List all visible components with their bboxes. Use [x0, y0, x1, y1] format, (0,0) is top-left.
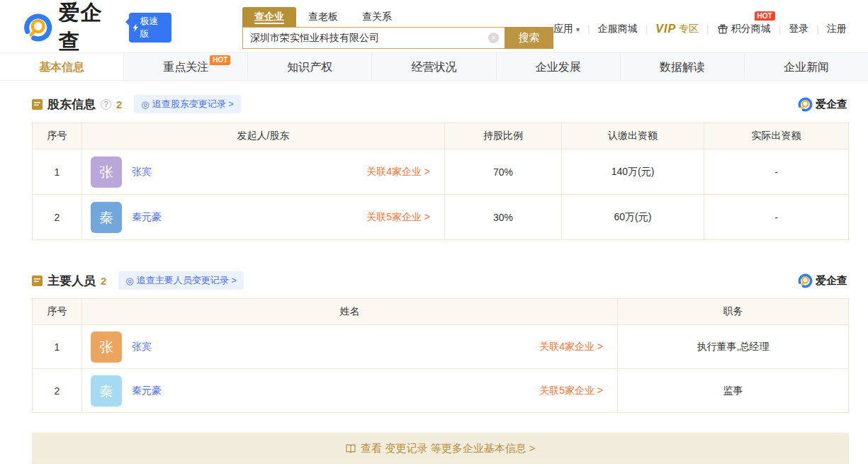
shareholders-count: 2 [116, 98, 122, 110]
search-module: 查企业 查老板 查关系 × 搜索 [242, 7, 553, 52]
avatar[interactable]: 秦 [91, 202, 122, 233]
col-paid-capital: 实际出资额 [704, 123, 849, 149]
avatar[interactable]: 张 [91, 157, 122, 188]
col-founder-shareholder: 发起人/股东 [82, 123, 445, 149]
section-list-icon [32, 99, 43, 110]
shareholders-table: 序号 发起人/股东 持股比例 认缴出资额 实际出资额 1 张 张宾 关联4家企业… [32, 123, 849, 240]
personnel-count: 2 [101, 275, 106, 287]
col-share-ratio: 持股比例 [445, 123, 562, 149]
trace-shareholder-changes-link[interactable]: ◎ 追查股东变更记录 > [134, 95, 241, 113]
tab-company-news[interactable]: 企业新闻 [744, 53, 868, 80]
aiqicha-watermark: 爱企查 [798, 97, 847, 112]
paid-cell: - [704, 195, 849, 240]
seq-cell: 1 [33, 149, 82, 195]
search-tab-relation[interactable]: 查关系 [350, 7, 404, 27]
tab-operating-status[interactable]: 经营状况 [371, 53, 495, 80]
vip-zone-link[interactable]: VIP专区 [655, 23, 699, 35]
search-button[interactable]: 搜索 [505, 27, 553, 49]
personnel-table: 序号 姓名 职务 1 张 张宾 关联4家企业 > 执行董事,总经理 2 [32, 298, 849, 413]
personnel-section-header: 主要人员 2 ◎ 追查主要人员变更记录 > 爱企查 [32, 271, 849, 290]
search-tab-company[interactable]: 查企业 [242, 7, 296, 27]
related-companies-link[interactable]: 关联5家企业 > [366, 211, 444, 224]
magnifier-logo-icon [23, 12, 52, 43]
seq-cell: 2 [33, 195, 82, 240]
avatar[interactable]: 张 [91, 331, 122, 363]
person-link[interactable]: 秦元豪 [132, 385, 162, 397]
target-icon: ◎ [141, 99, 149, 110]
shareholders-title: 股东信息 [47, 96, 96, 113]
related-companies-link[interactable]: 关联5家企业 > [539, 385, 617, 397]
magnifier-logo-icon [798, 273, 813, 288]
hot-badge: HOT [210, 55, 230, 65]
main-content: 股东信息 ? 2 ◎ 追查股东变更记录 > 爱企查 序号 发起人/股东 持股比例… [0, 95, 868, 464]
search-tab-boss[interactable]: 查老板 [296, 7, 350, 27]
person-link[interactable]: 张宾 [132, 341, 152, 353]
ratio-cell: 70% [445, 149, 562, 195]
divider: | [779, 23, 782, 35]
lightning-icon [133, 23, 138, 32]
chevron-down-icon: ▾ [576, 25, 580, 33]
subscribed-cell: 140万(元) [562, 149, 704, 195]
table-row: 2 秦 秦元豪 关联5家企业 > 监事 [33, 369, 849, 413]
col-subscribed-capital: 认缴出资额 [562, 123, 704, 149]
logo-text: 爱企查 [58, 0, 120, 57]
service-mall-link[interactable]: 企服商城 [598, 23, 638, 35]
person-link[interactable]: 秦元豪 [132, 211, 162, 224]
table-row: 1 张 张宾 关联4家企业 > 70% 140万(元) - [33, 149, 849, 195]
help-icon[interactable]: ? [101, 99, 111, 110]
position-cell: 监事 [618, 369, 849, 413]
table-header-row: 序号 发起人/股东 持股比例 认缴出资额 实际出资额 [33, 123, 849, 149]
table-row: 1 张 张宾 关联4家企业 > 执行董事,总经理 [33, 325, 849, 369]
section-list-icon [32, 276, 43, 286]
col-seq: 序号 [33, 123, 82, 149]
tab-basic-info[interactable]: 基本信息 [0, 53, 123, 80]
shareholders-section-header: 股东信息 ? 2 ◎ 追查股东变更记录 > 爱企查 [32, 95, 849, 113]
search-box: × 搜索 [242, 27, 553, 49]
table-header-row: 序号 姓名 职务 [33, 299, 849, 325]
table-row: 2 秦 秦元豪 关联5家企业 > 30% 60万(元) - [33, 195, 849, 240]
login-link[interactable]: 登录 [789, 23, 808, 35]
magnifier-logo-icon [798, 97, 813, 112]
search-tabs: 查企业 查老板 查关系 [242, 7, 553, 27]
position-cell: 执行董事,总经理 [618, 325, 849, 369]
detail-nav-tabs: 基本信息 重点关注 HOT 知识产权 经营状况 企业发展 数据解读 企业新闻 [0, 52, 868, 81]
col-position: 职务 [618, 299, 849, 325]
header-links: 应用 ▾ | 企服商城 | VIP专区 | 积分商城 HOT | 登录 | 注册 [553, 21, 847, 37]
aiqicha-watermark: 爱企查 [798, 273, 847, 288]
divider: | [587, 23, 590, 35]
ratio-cell: 30% [445, 195, 562, 240]
speed-edition-badge: 极速版 [129, 13, 171, 42]
target-icon: ◎ [125, 276, 133, 286]
records-book-icon [345, 443, 356, 454]
divider: | [706, 23, 709, 35]
subscribed-cell: 60万(元) [562, 195, 704, 240]
col-seq: 序号 [33, 299, 82, 325]
tab-data-insight[interactable]: 数据解读 [620, 53, 744, 80]
apps-menu[interactable]: 应用 ▾ [553, 23, 580, 35]
points-mall-link[interactable]: 积分商城 HOT [717, 23, 771, 35]
aiqicha-logo[interactable]: 爱企查 极速版 [23, 11, 171, 44]
divider: | [816, 23, 819, 35]
register-link[interactable]: 注册 [827, 23, 847, 35]
clear-input-icon[interactable]: × [488, 33, 499, 43]
seq-cell: 1 [33, 325, 82, 369]
person-link[interactable]: 张宾 [132, 166, 152, 178]
col-name: 姓名 [82, 299, 618, 325]
view-more-basic-info-link[interactable]: 查看 变更记录 等更多企业基本信息 > [32, 433, 849, 464]
avatar[interactable]: 秦 [91, 375, 122, 407]
paid-cell: - [704, 149, 849, 195]
tab-intellectual-property[interactable]: 知识产权 [247, 53, 371, 80]
hot-badge: HOT [755, 11, 775, 21]
top-header: 爱企查 极速版 查企业 查老板 查关系 × 搜索 应用 ▾ | 企服商城 | [0, 0, 868, 52]
tab-key-focus[interactable]: 重点关注 HOT [123, 53, 247, 80]
divider: | [646, 23, 648, 35]
related-companies-link[interactable]: 关联4家企业 > [366, 166, 444, 178]
search-input[interactable] [242, 27, 505, 49]
gift-icon [717, 23, 728, 35]
seq-cell: 2 [33, 369, 82, 413]
tab-company-development[interactable]: 企业发展 [496, 53, 620, 80]
trace-personnel-changes-link[interactable]: ◎ 追查主要人员变更记录 > [118, 271, 244, 290]
related-companies-link[interactable]: 关联4家企业 > [539, 341, 617, 353]
personnel-title: 主要人员 [47, 273, 96, 289]
